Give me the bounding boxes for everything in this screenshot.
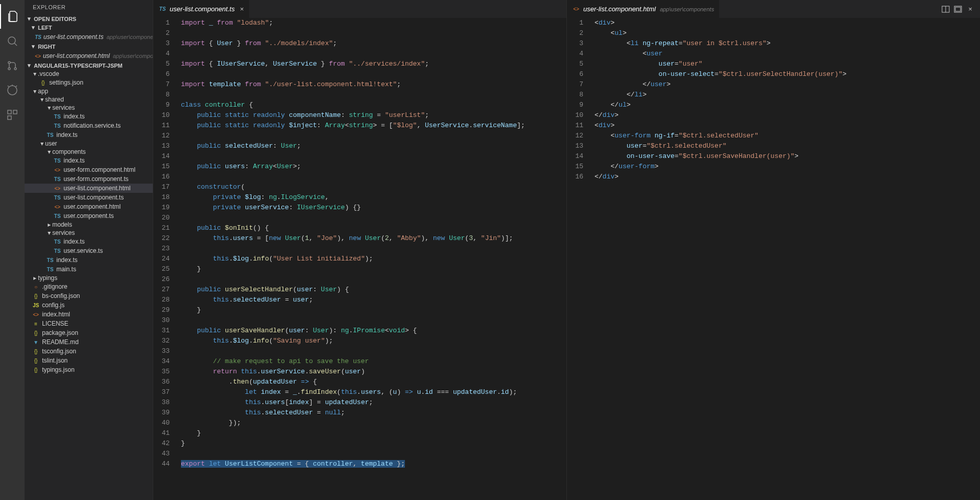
search-icon[interactable] [0,29,25,53]
project-header[interactable]: ▾ANGULAR15-TYPESCRIPT-JSPM [25,61,153,70]
tree-item-label: index.ts [56,256,77,264]
file-user-form.component.ts[interactable]: TSuser-form.component.ts [25,174,153,184]
ts-icon: TS [46,256,54,264]
file-index.ts[interactable]: TSindex.ts [25,237,153,246]
tab-user-list-ts[interactable]: TS user-list.component.ts × [153,0,250,18]
folder-app[interactable]: ▾app [25,87,153,95]
code-right[interactable]: <div> <ul> <li ng-repeat="user in $ctrl.… [593,18,980,500]
svg-rect-9 [8,110,11,114]
tree-item-label: user-form.component.html [64,166,135,173]
file-index.ts[interactable]: TSindex.ts [25,255,153,265]
file-LICENSE[interactable]: ≡LICENSE [25,319,153,328]
file-tsconfig.json[interactable]: {}tsconfig.json [25,347,153,356]
ts-icon: TS [46,131,54,139]
right-group-header[interactable]: ▾RIGHT [25,42,153,51]
tree-item-label: .vscode [38,70,59,77]
folder-services[interactable]: ▾services [25,104,153,112]
folder-components[interactable]: ▾components [25,148,153,156]
close-icon[interactable]: × [240,5,244,13]
file-index.ts[interactable]: TSindex.ts [25,130,153,139]
open-editor-right[interactable]: <> user-list.component.html app\user\com… [25,51,153,61]
open-editors-header[interactable]: ▾OPEN EDITORS [25,14,153,23]
chevron-icon: ▾ [46,229,52,236]
folder-.vscode[interactable]: ▾.vscode [25,70,153,78]
ts-icon: TS [53,122,62,130]
left-group-header[interactable]: ▾LEFT [25,23,153,32]
ts-icon: TS [53,175,62,183]
code-left[interactable]: import _ from "lodash";import { User } f… [179,18,566,500]
html-icon: <> [32,310,40,318]
open-editor-left-name: user-list.component.ts [44,33,104,41]
folder-services[interactable]: ▾services [25,229,153,237]
tree-item-label: services [52,104,75,111]
json-icon: {} [32,356,40,365]
tree-item-label: typings [38,274,57,282]
git-icon[interactable] [0,53,25,78]
file-index.html[interactable]: <>index.html [25,310,153,319]
folder-models[interactable]: ▸models [25,221,153,229]
code-area-right[interactable]: 12345678910111213141516 <div> <ul> <li n… [567,18,980,500]
folder-typings[interactable]: ▸typings [25,274,153,282]
json-icon: {} [39,78,47,87]
tree-item-label: main.ts [56,266,76,273]
tree-item-label: components [52,148,86,155]
files-icon[interactable] [0,4,25,29]
file-.gitignore[interactable]: ○.gitignore [25,282,153,291]
open-editor-left[interactable]: TS user-list.component.ts app\user\compo… [25,32,153,42]
editor-pane-left: TS user-list.component.ts × 123456789101… [153,0,566,500]
file-user.service.ts[interactable]: TSuser.service.ts [25,246,153,255]
close-all-icon[interactable]: × [965,4,976,15]
tab-label: user-list.component.html [583,5,656,13]
json-icon: {} [32,329,40,337]
tree-item-label: user [45,140,57,147]
file-settings.json[interactable]: {}settings.json [25,78,153,87]
tree-item-label: tslint.json [42,357,68,364]
html-icon: <> [53,203,62,211]
file-user-form.component.html[interactable]: <>user-form.component.html [25,165,153,174]
tree-item-label: notification.service.ts [64,122,120,129]
tree-item-label: app [38,88,48,95]
file-user.component.html[interactable]: <>user.component.html [25,202,153,211]
json-icon: {} [32,292,40,300]
svg-line-7 [8,86,9,87]
file-README.md[interactable]: ▼README.md [25,337,153,347]
tab-user-list-html[interactable]: <> user-list.component.html app\user\com… [567,0,720,18]
file-main.ts[interactable]: TSmain.ts [25,265,153,274]
folder-shared[interactable]: ▾shared [25,95,153,104]
extensions-icon[interactable] [0,103,25,127]
svg-point-5 [8,86,17,95]
tree-item-label: models [52,221,72,228]
file-index.ts[interactable]: TSindex.ts [25,112,153,121]
file-bs-config.json[interactable]: {}bs-config.json [25,291,153,301]
tree-item-label: LICENSE [42,320,68,327]
file-typings.json[interactable]: {}typings.json [25,365,153,374]
file-user-list.component.ts[interactable]: TSuser-list.component.ts [25,193,153,202]
tree-item-label: typings.json [42,366,74,373]
more-icon[interactable] [952,4,964,15]
file-notification.service.ts[interactable]: TSnotification.service.ts [25,121,153,130]
svg-rect-15 [955,7,961,11]
code-area-left[interactable]: 1234567891011121314151617181920212223242… [153,18,566,500]
file-tslint.json[interactable]: {}tslint.json [25,356,153,365]
ts-icon: TS [53,193,62,202]
chevron-icon: ▸ [32,274,38,282]
file-package.json[interactable]: {}package.json [25,328,153,337]
debug-icon[interactable] [0,78,25,103]
tree-item-label: config.js [42,302,65,309]
svg-point-0 [8,37,15,44]
tree-item-label: tsconfig.json [42,348,76,355]
open-editor-left-path: app\user\components [107,34,153,40]
svg-rect-11 [8,116,11,119]
chevron-icon: ▸ [46,221,52,228]
file-config.js[interactable]: JSconfig.js [25,301,153,310]
tab-path: app\user\components [660,6,714,12]
file-user-list.component.html[interactable]: <>user-list.component.html [25,184,153,193]
file-user.component.ts[interactable]: TSuser.component.ts [25,211,153,221]
folder-user[interactable]: ▾user [25,139,153,148]
tab-bar-left: TS user-list.component.ts × [153,0,566,18]
split-editor-icon[interactable] [940,4,951,15]
file-index.ts[interactable]: TSindex.ts [25,156,153,165]
tree-item-label: package.json [42,329,78,336]
tree-item-label: user.service.ts [64,247,103,254]
md-icon: ▼ [32,338,40,346]
